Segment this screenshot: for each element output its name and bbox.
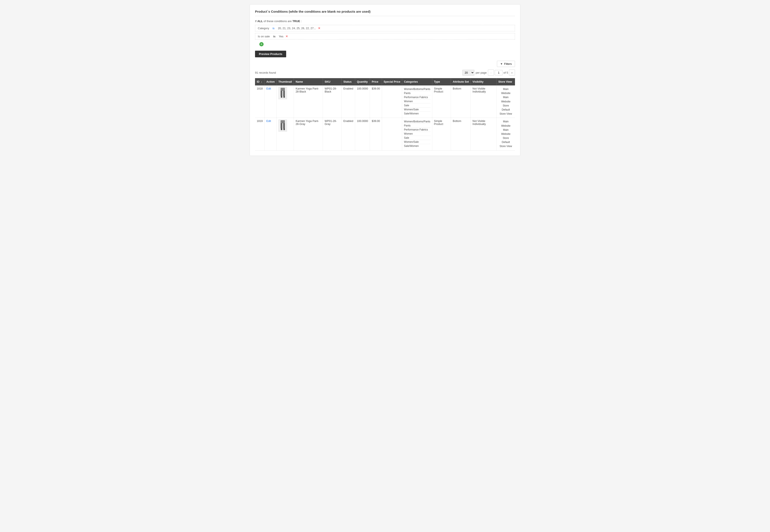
col-thumbnail: Thumbnail [276, 78, 294, 85]
cell-type: Simple Product [432, 118, 451, 150]
per-page-label: per page [476, 71, 487, 74]
cell-type: Simple Product [432, 85, 451, 118]
sort-icon-id: ↕ [261, 81, 262, 83]
intro-true: TRUE [292, 20, 300, 23]
of-total-label: of 5 [503, 71, 508, 74]
col-special-price: Special Price [382, 78, 402, 85]
svg-rect-8 [281, 128, 282, 130]
intro-prefix: If [255, 20, 257, 23]
col-price: Price [370, 78, 382, 85]
category-item: Sale/Women [404, 144, 430, 148]
intro-suffix: of these conditions are [263, 20, 292, 23]
condition1-value: 20, 21, 23, 24, 25, 26, 22, 27... [278, 27, 316, 30]
main-card: Product`s Conditions (while the conditio… [250, 4, 520, 156]
section-title: Product`s Conditions (while the conditio… [255, 10, 515, 16]
cell-sku: WP01-28-Gray [323, 118, 341, 150]
svg-rect-1 [280, 91, 282, 96]
prev-page-button[interactable]: ‹ [488, 70, 494, 76]
next-page-button[interactable]: › [509, 70, 515, 76]
condition2-remove-icon[interactable]: ✕ [285, 35, 288, 38]
cell-status: Enabled [341, 85, 355, 118]
condition1-op[interactable]: is [272, 27, 274, 30]
cell-price: $39.00 [370, 85, 382, 118]
preview-products-button[interactable]: Preview Products [255, 51, 286, 57]
col-categories: Categories [402, 78, 432, 85]
condition1-remove-icon[interactable]: ✕ [318, 26, 320, 30]
col-type: Type [432, 78, 451, 85]
col-id[interactable]: ID ↕ [255, 78, 264, 85]
svg-rect-5 [280, 120, 285, 123]
pagination: 20 50 100 per page ‹ of 5 › [462, 70, 515, 76]
products-table: ID ↕ Action Thumbnail Name SKU Status Qu… [255, 78, 515, 150]
per-page-select[interactable]: 20 50 100 [462, 70, 475, 76]
toolbar-row: ▼ Filters [255, 61, 515, 67]
records-bar: 91 records found 20 50 100 per page ‹ of… [255, 70, 515, 76]
cell-thumbnail [276, 85, 294, 118]
svg-rect-9 [283, 128, 285, 130]
cell-store-view: Main WebsiteMain WebsiteStoreDefaultStor… [497, 118, 515, 150]
intro-all: ALL [257, 20, 263, 23]
cell-quantity: 100.0000 [355, 85, 370, 118]
edit-link[interactable]: Edit [266, 87, 271, 90]
category-item: Women [404, 132, 430, 136]
col-store-view: Store View [497, 78, 515, 85]
page-nav: ‹ of 5 › [488, 70, 515, 76]
cell-special-price [382, 118, 402, 150]
cell-quantity: 100.0000 [355, 118, 370, 150]
intro-colon: : [301, 20, 302, 23]
cell-id: 1819 [255, 118, 264, 150]
condition2-value: Yes [279, 35, 283, 38]
cell-thumbnail [276, 118, 294, 150]
svg-rect-4 [283, 96, 285, 98]
col-quantity: Quantity [355, 78, 370, 85]
svg-rect-3 [281, 96, 282, 98]
cell-attribute-set: Bottom [451, 118, 471, 150]
category-item: Sale [404, 136, 430, 140]
conditions-intro: If ALL of these conditions are TRUE : [255, 20, 515, 23]
condition2-op: is [273, 35, 275, 38]
category-item: Women/Sale [404, 140, 430, 144]
cell-price: $39.00 [370, 118, 382, 150]
cell-action: Edit [264, 118, 276, 150]
product-thumbnail [278, 87, 287, 99]
category-item: Pants [404, 91, 430, 95]
svg-rect-2 [283, 91, 285, 96]
col-sku: SKU [323, 78, 341, 85]
svg-rect-7 [283, 123, 285, 129]
category-item: Performance Fabrics [404, 128, 430, 132]
category-item: Women/Sale [404, 108, 430, 112]
records-count: 91 records found [255, 71, 276, 74]
filter-button[interactable]: ▼ Filters [497, 61, 515, 67]
col-name: Name [294, 78, 323, 85]
add-condition-container: + [255, 41, 515, 47]
cell-store-view: Main WebsiteMain WebsiteStoreDefaultStor… [497, 85, 515, 118]
col-action: Action [264, 78, 276, 85]
category-item: Performance Fabrics [404, 95, 430, 99]
category-item: Pants [404, 124, 430, 128]
col-attribute-set: Attribute Set [451, 78, 471, 85]
condition2-label: Is on sale [258, 35, 270, 38]
col-status: Status [341, 78, 355, 85]
condition-row-1: Category is 20, 21, 23, 24, 25, 26, 22, … [255, 25, 515, 31]
condition1-label: Category [258, 27, 269, 30]
cell-id: 1818 [255, 85, 264, 118]
cell-attribute-set: Bottom [451, 85, 471, 118]
cell-sku: WP01-28-Black [323, 85, 341, 118]
filter-icon: ▼ [500, 62, 503, 65]
cell-status: Enabled [341, 118, 355, 150]
cell-visibility: Not Visible Individually [471, 85, 497, 118]
edit-link[interactable]: Edit [266, 120, 271, 123]
col-visibility: Visibility [471, 78, 497, 85]
cell-visibility: Not Visible Individually [471, 118, 497, 150]
category-item: Women [404, 99, 430, 103]
table-header-row: ID ↕ Action Thumbnail Name SKU Status Qu… [255, 78, 515, 85]
cell-action: Edit [264, 85, 276, 118]
category-item: Women/Bottoms/Pants [404, 120, 430, 124]
conditions-block: If ALL of these conditions are TRUE : Ca… [255, 20, 515, 47]
category-item: Sale [404, 103, 430, 108]
page-input[interactable] [495, 70, 503, 75]
add-condition-button[interactable]: + [259, 42, 263, 46]
cell-categories: Women/Bottoms/PantsPantsPerformance Fabr… [402, 118, 432, 150]
svg-rect-6 [280, 123, 282, 129]
product-thumbnail [278, 120, 287, 132]
